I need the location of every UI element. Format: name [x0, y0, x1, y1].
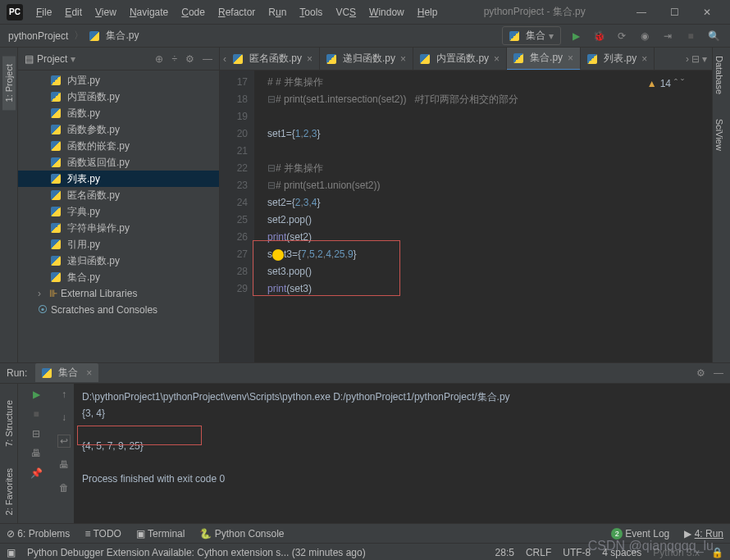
indent[interactable]: 4 spaces — [602, 547, 641, 558]
fold-icon[interactable]: ⊟ — [267, 177, 276, 194]
rerun-button[interactable]: ▶ — [33, 389, 40, 400]
status-message[interactable]: Python Debugger Extension Available: Cyt… — [27, 547, 366, 558]
tree-file[interactable]: 函数.py — [18, 105, 219, 121]
tree-file[interactable]: 函数返回值.py — [18, 154, 219, 171]
menu-edit[interactable]: Edit — [58, 3, 89, 21]
encoding[interactable]: UTF-8 — [563, 547, 591, 558]
menu-refactor[interactable]: Refactor — [212, 3, 262, 21]
sidebar-tab-structure[interactable]: 7: Structure — [2, 392, 16, 455]
close-icon[interactable]: × — [400, 53, 406, 65]
close-icon[interactable]: × — [641, 53, 647, 65]
tab-scroll-left[interactable]: ‹ — [220, 53, 226, 65]
line-gutter[interactable]: 17 18 19 20 21 22 23 24 25 26 27 28 29 — [220, 71, 254, 362]
close-button[interactable]: ✕ — [691, 0, 723, 25]
pin-button[interactable]: 📌 — [30, 467, 43, 479]
gear-icon[interactable]: ⚙ — [185, 53, 194, 65]
project-tree[interactable]: 内置.py 内置函数.py 函数.py 函数参数.py 函数的嵌套.py 函数返… — [18, 71, 219, 362]
hide-icon[interactable]: — — [203, 53, 212, 65]
sidebar-tab-sciview[interactable]: SciView — [713, 111, 726, 159]
print-icon[interactable]: 🖶 — [59, 459, 69, 471]
problems-tab[interactable]: ⊘ 6: Problems — [7, 528, 70, 540]
close-icon[interactable]: × — [568, 52, 573, 64]
editor-tab[interactable]: 内置函数.py× — [413, 48, 507, 71]
down-arrow-icon[interactable]: ↓ — [62, 412, 66, 423]
tab-menu-icon[interactable]: ▾ — [702, 53, 707, 65]
tree-file-selected[interactable]: 列表.py — [18, 171, 219, 187]
tree-file[interactable]: 内置.py — [18, 72, 219, 89]
minimize-button[interactable]: — — [625, 0, 658, 25]
project-panel-title[interactable]: ▤ Project ▾ — [25, 53, 75, 65]
sidebar-tab-database[interactable]: Database — [713, 48, 726, 102]
cursor-position[interactable]: 28:5 — [495, 547, 514, 558]
fold-icon[interactable]: ⊟ — [267, 160, 276, 177]
menu-code[interactable]: Code — [175, 3, 212, 21]
tab-scroll-right[interactable]: › — [686, 53, 689, 65]
menu-tools[interactable]: Tools — [293, 3, 329, 21]
tree-file[interactable]: 函数参数.py — [18, 121, 219, 138]
intention-bulb-icon[interactable] — [272, 249, 284, 261]
menu-navigate[interactable]: Navigate — [123, 3, 175, 21]
editor-tab[interactable]: 递归函数.py× — [320, 48, 413, 71]
inspection-badge[interactable]: ▲14 ˆ ˇ — [647, 75, 684, 93]
sidebar-tab-project[interactable]: 1: Project — [2, 56, 16, 110]
breadcrumb-file[interactable]: 集合.py — [106, 29, 139, 43]
menu-view[interactable]: View — [89, 3, 123, 21]
wrap-icon[interactable]: ↩ — [57, 435, 71, 448]
close-icon[interactable]: × — [86, 367, 92, 379]
menu-help[interactable]: Help — [411, 3, 445, 21]
up-arrow-icon[interactable]: ˆ — [674, 75, 678, 93]
menu-run[interactable]: Run — [262, 3, 293, 21]
tree-file[interactable]: 字典.py — [18, 203, 219, 220]
python-console-tab[interactable]: 🐍 Python Console — [199, 528, 284, 540]
stop-button[interactable]: ■ — [33, 408, 39, 420]
menu-file[interactable]: File — [30, 3, 58, 21]
editor-tab[interactable]: 匿名函数.py× — [226, 48, 320, 71]
attach-button[interactable]: ⇥ — [659, 28, 676, 44]
code-editor[interactable]: ▲14 ˆ ˇ # # 并集操作 ⊟# print(set1.intersect… — [254, 71, 712, 362]
status-icon[interactable]: ▣ — [7, 547, 16, 558]
run-config-dropdown[interactable]: 集合 ▾ — [502, 26, 561, 45]
menu-vcs[interactable]: VCS — [329, 3, 363, 21]
stop-button[interactable]: ■ — [682, 28, 699, 44]
tree-file[interactable]: 函数的嵌套.py — [18, 138, 219, 154]
breadcrumb[interactable]: pythonProject 〉 集合.py — [8, 29, 139, 43]
divide-icon[interactable]: ÷ — [171, 53, 177, 65]
tab-list-icon[interactable]: ⊟ — [691, 53, 700, 65]
run-button[interactable]: ▶ — [568, 28, 584, 44]
event-log-tab[interactable]: 2Event Log — [611, 528, 669, 540]
hide-icon[interactable]: — — [714, 367, 723, 379]
terminal-tab[interactable]: ▣ Terminal — [136, 528, 185, 540]
menu-window[interactable]: Window — [363, 3, 411, 21]
run-coverage-button[interactable]: ⟳ — [614, 28, 630, 44]
search-everywhere-button[interactable]: 🔍 — [705, 28, 722, 44]
tree-file[interactable]: 递归函数.py — [18, 253, 219, 269]
debug-button[interactable]: 🐞 — [591, 28, 607, 44]
line-separator[interactable]: CRLF — [526, 547, 551, 558]
tree-file[interactable]: 引用.py — [18, 236, 219, 253]
close-icon[interactable]: × — [494, 53, 500, 65]
run-tab-bottom[interactable]: ▶ 4: Run — [684, 528, 723, 540]
todo-tab[interactable]: ≡ TODO — [84, 528, 121, 540]
breadcrumb-project[interactable]: pythonProject — [8, 30, 68, 42]
down-arrow-icon[interactable]: ˇ — [681, 75, 684, 93]
tree-file[interactable]: 内置函数.py — [18, 89, 219, 105]
up-arrow-icon[interactable]: ↑ — [62, 389, 66, 400]
tree-file[interactable]: 字符串操作.py — [18, 220, 219, 236]
lock-icon[interactable]: 🔒 — [711, 547, 723, 558]
print-button[interactable]: 🖶 — [31, 448, 41, 459]
console-output[interactable]: D:\pythonProject1\pythonProject\venv\Scr… — [74, 384, 730, 523]
collapse-icon[interactable]: ⊕ — [155, 53, 163, 65]
run-tab[interactable]: 集合× — [35, 363, 98, 382]
gear-icon[interactable]: ⚙ — [696, 367, 705, 379]
layout-button[interactable]: ⊟ — [32, 428, 40, 439]
interpreter[interactable]: Python 3.x — [653, 547, 700, 558]
close-icon[interactable]: × — [307, 53, 313, 65]
profile-button[interactable]: ◉ — [636, 28, 653, 44]
editor-tab[interactable]: 列表.py× — [581, 48, 655, 71]
tree-scratches[interactable]: ⦿ Scratches and Consoles — [18, 302, 219, 318]
tree-file[interactable]: 集合.py — [18, 269, 219, 285]
editor-tab-active[interactable]: 集合.py× — [507, 48, 581, 71]
tree-file[interactable]: 匿名函数.py — [18, 187, 219, 203]
sidebar-tab-favorites[interactable]: 2: Favorites — [2, 460, 16, 523]
tree-external-libraries[interactable]: ›⊪ External Libraries — [18, 285, 219, 302]
